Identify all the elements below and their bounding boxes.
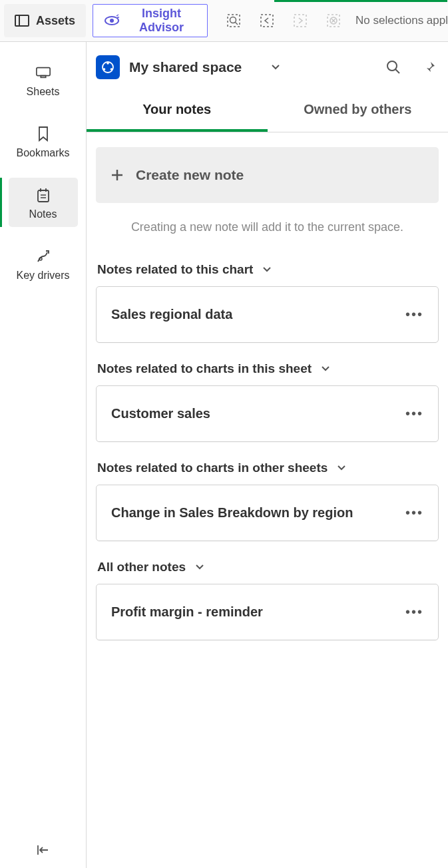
section-title: Notes related to this chart xyxy=(97,262,253,277)
assets-icon xyxy=(15,15,29,27)
insight-advisor-button[interactable]: Insight Advisor xyxy=(93,4,208,37)
top-toolbar: Assets Insight Advisor No selections app… xyxy=(0,0,448,42)
sidebar-item-key-drivers[interactable]: Key drivers xyxy=(9,239,78,288)
search-icon[interactable] xyxy=(385,59,401,75)
asset-sidebar: Sheets Bookmarks Notes Key drivers xyxy=(0,42,87,868)
selection-back-icon[interactable] xyxy=(260,13,274,28)
svg-rect-15 xyxy=(38,190,49,202)
bookmark-icon xyxy=(35,126,51,142)
svg-point-20 xyxy=(39,258,42,260)
collapse-sidebar-icon[interactable] xyxy=(36,844,51,856)
section-header-this-chart[interactable]: Notes related to this chart xyxy=(97,262,439,277)
sidebar-item-notes[interactable]: Notes xyxy=(9,178,78,227)
svg-rect-4 xyxy=(228,15,240,27)
create-note-button[interactable]: Create new note xyxy=(96,147,439,203)
section-title: Notes related to charts in this sheet xyxy=(97,361,312,376)
svg-point-3 xyxy=(110,19,114,23)
sheets-icon xyxy=(35,65,51,81)
sidebar-item-sheets[interactable]: Sheets xyxy=(9,55,78,105)
tab-your-notes[interactable]: Your notes xyxy=(87,90,268,132)
note-card[interactable]: Change in Sales Breakdown by region ••• xyxy=(96,485,439,541)
chevron-down-icon xyxy=(337,465,346,471)
clear-selections-icon[interactable] xyxy=(326,13,341,28)
note-title: Change in Sales Breakdown by region xyxy=(111,505,353,521)
note-title: Sales regional data xyxy=(111,307,232,322)
svg-line-27 xyxy=(395,69,399,73)
space-badge-icon xyxy=(96,55,120,79)
notes-panel: My shared space Your notes Owned by othe… xyxy=(87,42,448,868)
svg-rect-8 xyxy=(294,15,306,27)
assets-label: Assets xyxy=(36,14,75,28)
pin-icon[interactable] xyxy=(423,61,436,74)
sidebar-item-label: Key drivers xyxy=(16,270,69,282)
note-title: Customer sales xyxy=(111,406,210,421)
insight-label: Insight Advisor xyxy=(126,7,196,35)
space-title: My shared space xyxy=(129,59,242,75)
note-card[interactable]: Profit margin - reminder ••• xyxy=(96,584,439,640)
section-header-all-other[interactable]: All other notes xyxy=(97,560,439,574)
chevron-down-icon xyxy=(262,266,272,273)
sidebar-item-bookmarks[interactable]: Bookmarks xyxy=(9,116,78,166)
svg-point-23 xyxy=(107,62,109,65)
note-title: Profit margin - reminder xyxy=(111,604,263,620)
svg-rect-0 xyxy=(15,15,29,26)
svg-rect-7 xyxy=(261,15,273,27)
smart-search-icon[interactable] xyxy=(226,13,241,28)
sidebar-item-label: Bookmarks xyxy=(16,147,69,159)
tab-owned-by-others[interactable]: Owned by others xyxy=(268,90,449,132)
svg-point-24 xyxy=(103,68,106,71)
create-note-label: Create new note xyxy=(136,167,244,183)
svg-rect-14 xyxy=(41,76,45,78)
more-icon[interactable]: ••• xyxy=(405,406,423,421)
chevron-down-icon xyxy=(195,564,204,570)
key-drivers-icon xyxy=(35,248,51,264)
section-header-this-sheet[interactable]: Notes related to charts in this sheet xyxy=(97,361,439,376)
assets-button[interactable]: Assets xyxy=(4,4,86,37)
no-selections-text: No selections appl xyxy=(355,14,448,27)
svg-line-6 xyxy=(235,22,238,25)
section-title: All other notes xyxy=(97,560,186,574)
more-icon[interactable]: ••• xyxy=(405,307,423,322)
note-card[interactable]: Customer sales ••• xyxy=(96,385,439,442)
chevron-down-icon xyxy=(321,365,330,372)
svg-point-25 xyxy=(111,68,113,71)
insight-icon xyxy=(104,14,120,27)
selection-toolbar xyxy=(226,0,341,41)
sidebar-item-label: Notes xyxy=(29,208,57,220)
plus-icon xyxy=(111,168,124,182)
svg-point-26 xyxy=(387,61,397,71)
notes-icon xyxy=(35,187,51,203)
space-dropdown-icon[interactable] xyxy=(271,64,280,71)
section-header-other-sheets[interactable]: Notes related to charts in other sheets xyxy=(97,461,439,475)
notes-tabs: Your notes Owned by others xyxy=(87,90,448,132)
selection-forward-icon[interactable] xyxy=(293,13,308,28)
section-title: Notes related to charts in other sheets xyxy=(97,461,328,475)
more-icon[interactable]: ••• xyxy=(405,505,423,521)
panel-header: My shared space xyxy=(87,42,448,90)
more-icon[interactable]: ••• xyxy=(405,604,423,620)
create-note-hint: Creating a new note will add it to the c… xyxy=(96,203,439,256)
svg-rect-13 xyxy=(36,68,49,76)
note-card[interactable]: Sales regional data ••• xyxy=(96,286,439,343)
sidebar-item-label: Sheets xyxy=(27,86,60,98)
